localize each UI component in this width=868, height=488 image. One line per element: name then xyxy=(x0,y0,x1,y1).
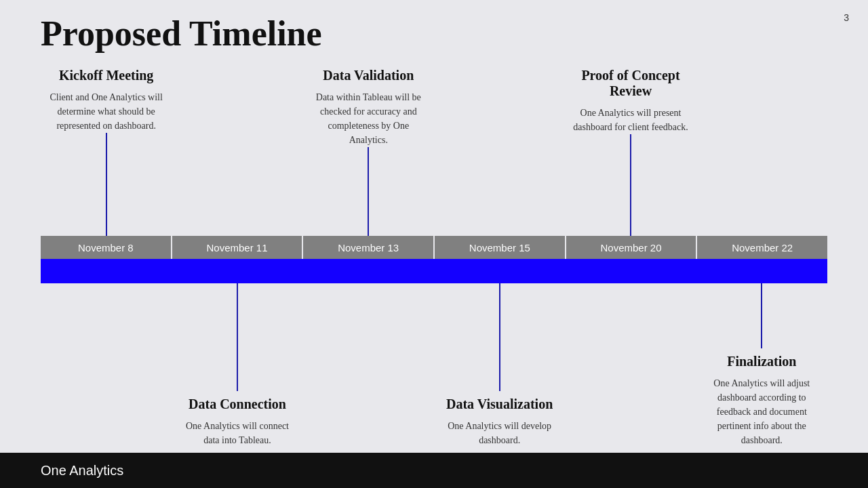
datavis-text: Data Visualization One Analytics will de… xyxy=(434,396,565,447)
dataconnection-text: Data Connection One Analytics will conne… xyxy=(172,396,302,447)
above-item-poc: Proof of Concept Review One Analytics wi… xyxy=(565,68,696,236)
poc-connector xyxy=(630,134,631,236)
poc-title: Proof of Concept Review xyxy=(570,68,690,99)
kickoff-connector xyxy=(106,133,107,236)
dataconnection-desc: One Analytics will connect data into Tab… xyxy=(177,419,297,447)
poc-desc: One Analytics will present dashboard for… xyxy=(570,106,690,134)
footer: One Analytics xyxy=(0,453,868,488)
kickoff-text: Kickoff Meeting Client and One Analytics… xyxy=(41,68,172,133)
date-labels: November 8 November 11 November 13 Novem… xyxy=(41,236,827,259)
page-title: Proposed Timeline xyxy=(41,14,322,54)
date-label-5: November 22 xyxy=(697,236,827,259)
below-item-empty-4 xyxy=(565,283,696,447)
below-items: Data Connection One Analytics will conne… xyxy=(41,283,827,447)
above-items: Kickoff Meeting Client and One Analytics… xyxy=(41,68,827,236)
below-item-finalization: Finalization One Analytics will adjust d… xyxy=(696,283,827,447)
page-number: 3 xyxy=(844,12,849,23)
dataconnection-title: Data Connection xyxy=(177,396,297,412)
below-item-empty-2 xyxy=(303,283,434,447)
finalization-text: Finalization One Analytics will adjust d… xyxy=(696,354,827,447)
footer-company: One Analytics xyxy=(41,463,123,479)
above-item-empty-1 xyxy=(172,68,302,236)
datavis-connector xyxy=(499,283,500,391)
above-item-kickoff: Kickoff Meeting Client and One Analytics… xyxy=(41,68,172,236)
date-label-4: November 20 xyxy=(566,236,698,259)
date-label-2: November 13 xyxy=(303,236,435,259)
progress-bar xyxy=(41,259,827,283)
datavalidation-title: Data Validation xyxy=(309,68,429,83)
poc-text: Proof of Concept Review One Analytics wi… xyxy=(565,68,696,134)
below-item-datavis: Data Visualization One Analytics will de… xyxy=(434,283,565,447)
finalization-desc: One Analytics will adjust dashboard acco… xyxy=(702,376,822,447)
dataconnection-connector xyxy=(237,283,238,391)
datavalidation-text: Data Validation Data within Tableau will… xyxy=(303,68,434,147)
datavalidation-desc: Data within Tableau will be checked for … xyxy=(309,90,429,147)
datavis-title: Data Visualization xyxy=(439,396,559,412)
finalization-title: Finalization xyxy=(702,354,822,369)
finalization-connector xyxy=(761,283,762,348)
date-label-0: November 8 xyxy=(41,236,172,259)
above-item-datavalidation: Data Validation Data within Tableau will… xyxy=(303,68,434,236)
above-item-empty-5 xyxy=(696,68,827,236)
above-item-empty-3 xyxy=(434,68,565,236)
timeline-area: Kickoff Meeting Client and One Analytics… xyxy=(41,68,827,447)
kickoff-title: Kickoff Meeting xyxy=(46,68,166,83)
datavis-desc: One Analytics will develop dashboard. xyxy=(439,419,559,447)
timeline-bar-row: November 8 November 11 November 13 Novem… xyxy=(41,236,827,283)
datavalidation-connector xyxy=(368,147,369,236)
date-label-3: November 15 xyxy=(435,236,566,259)
below-item-dataconnection: Data Connection One Analytics will conne… xyxy=(172,283,302,447)
date-label-1: November 11 xyxy=(172,236,304,259)
below-item-empty-0 xyxy=(41,283,172,447)
kickoff-desc: Client and One Analytics will determine … xyxy=(46,90,166,133)
